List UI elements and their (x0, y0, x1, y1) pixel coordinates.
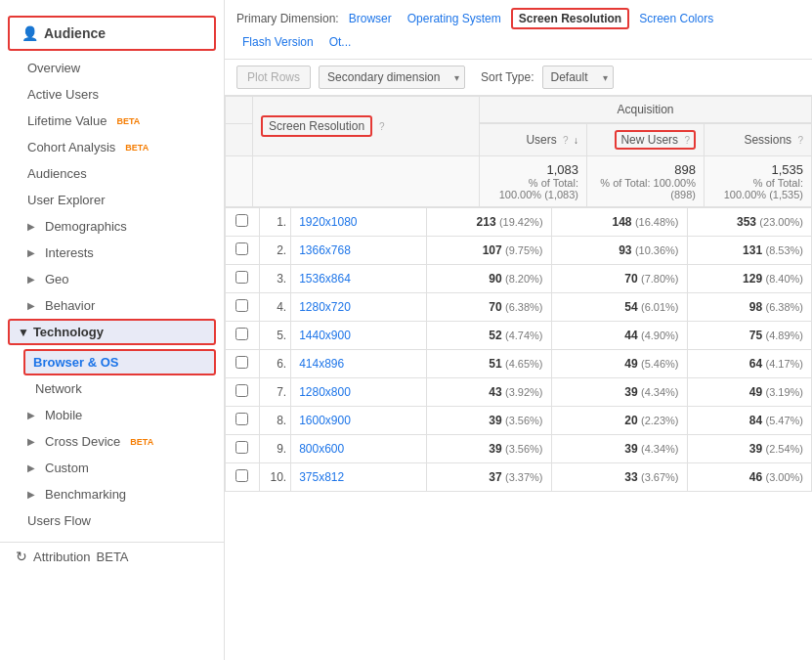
network-label: Network (35, 381, 82, 396)
sidebar-item-demographics[interactable]: ▶ Demographics (0, 213, 224, 240)
plot-rows-button[interactable]: Plot Rows (236, 66, 311, 89)
row-sessions-cell: 46 (3.00%) (687, 463, 811, 492)
row-resolution-cell: 1366x768 (291, 237, 427, 265)
sidebar-item-audience[interactable]: 👤 Audience (8, 16, 216, 51)
row-resolution-link[interactable]: 1536x864 (299, 272, 351, 286)
sidebar-item-mobile[interactable]: ▶ Mobile (0, 402, 224, 428)
users-sort-icon[interactable]: ↓ (574, 135, 578, 146)
sidebar-item-users-flow[interactable]: Users Flow (0, 507, 224, 534)
row-users-cell: 213 (19.42%) (427, 208, 551, 237)
th-new-users: New Users ? (587, 123, 705, 156)
row-num-cell: 10. (259, 463, 290, 492)
row-sessions-value: 353 (737, 215, 756, 229)
sidebar-item-attribution[interactable]: ↻ Attribution BETA (0, 542, 224, 570)
row-checkbox[interactable] (235, 413, 248, 425)
row-checkbox[interactable] (235, 384, 248, 397)
sessions-help-icon[interactable]: ? (797, 135, 803, 146)
row-sessions-value: 131 (743, 243, 762, 257)
data-table-area: Screen Resolution ? Acquisition Users ? … (225, 96, 812, 492)
sidebar-item-benchmarking[interactable]: ▶ Benchmarking (0, 481, 224, 507)
row-resolution-link[interactable]: 1600x900 (299, 414, 351, 427)
row-checkbox[interactable] (235, 441, 248, 454)
sidebar-item-network[interactable]: Network (0, 375, 224, 402)
row-new-users-pct: (2.23%) (641, 415, 679, 426)
dim-link-screen-colors[interactable]: Screen Colors (633, 10, 719, 27)
row-checkbox-cell (226, 208, 260, 237)
secondary-dim-wrapper[interactable]: Secondary dimension (319, 66, 465, 89)
sidebar-item-technology[interactable]: ▼ Technology (8, 319, 216, 345)
table-row: 5. 1440x900 52 (4.74%) 44 (4.90%) 75 (4.… (226, 322, 812, 350)
overview-label: Overview (27, 61, 80, 75)
sidebar-item-audiences[interactable]: Audiences (0, 160, 224, 187)
row-users-value: 37 (489, 470, 501, 484)
row-checkbox[interactable] (235, 356, 248, 369)
screen-res-title: Screen Resolution (261, 115, 372, 137)
row-checkbox[interactable] (235, 328, 248, 340)
row-checkbox-cell (226, 237, 260, 265)
row-checkbox-cell (226, 378, 260, 407)
secondary-dim-select[interactable]: Secondary dimension (319, 66, 465, 89)
cross-device-arrow-icon: ▶ (27, 436, 35, 447)
sidebar-item-geo[interactable]: ▶ Geo (0, 266, 224, 292)
users-help-icon[interactable]: ? (563, 135, 569, 146)
sort-type-select[interactable]: Default (542, 66, 614, 89)
row-checkbox[interactable] (235, 242, 248, 255)
row-sessions-value: 75 (749, 329, 762, 342)
row-num-cell: 8. (259, 407, 290, 435)
row-resolution-link[interactable]: 1920x1080 (299, 215, 357, 229)
row-resolution-link[interactable]: 375x812 (299, 470, 344, 484)
table-row: 3. 1536x864 90 (8.20%) 70 (7.80%) 129 (8… (226, 265, 812, 293)
interests-label: Interests (45, 245, 94, 260)
row-num-cell: 4. (259, 293, 290, 322)
screen-res-help-icon[interactable]: ? (379, 121, 385, 132)
sidebar-item-behavior[interactable]: ▶ Behavior (0, 292, 224, 319)
row-new-users-pct: (6.01%) (641, 301, 679, 313)
dim-link-screen-resolution[interactable]: Screen Resolution (511, 8, 629, 29)
row-num-cell: 7. (259, 378, 290, 407)
row-resolution-link[interactable]: 1366x768 (299, 243, 351, 257)
sort-type-wrapper[interactable]: Default (542, 66, 614, 89)
th-users: Users ? ↓ (480, 123, 587, 156)
sidebar-item-cross-device[interactable]: ▶ Cross Device BETA (0, 428, 224, 455)
row-new-users-pct: (7.80%) (641, 273, 679, 285)
row-new-users-cell: 54 (6.01%) (551, 293, 687, 322)
row-checkbox[interactable] (235, 469, 248, 482)
row-resolution-link[interactable]: 1280x800 (299, 385, 351, 399)
row-users-cell: 39 (3.56%) (427, 407, 551, 435)
row-checkbox[interactable] (235, 271, 248, 284)
row-checkbox[interactable] (235, 214, 248, 227)
row-checkbox-cell (226, 350, 260, 378)
behavior-arrow-icon: ▶ (27, 300, 35, 311)
plot-rows-label: Plot Rows (247, 70, 300, 84)
row-users-pct: (4.65%) (505, 358, 543, 370)
dim-link-os[interactable]: Operating System (402, 10, 507, 27)
row-sessions-value: 98 (749, 300, 762, 314)
behavior-label: Behavior (45, 298, 95, 313)
row-resolution-link[interactable]: 414x896 (299, 357, 344, 371)
dim-link-other[interactable]: Ot... (323, 33, 358, 51)
sidebar-item-overview[interactable]: Overview (0, 55, 224, 81)
row-sessions-cell: 98 (6.38%) (687, 293, 811, 322)
sidebar-item-cohort-analysis[interactable]: Cohort Analysis BETA (0, 134, 224, 160)
row-resolution-link[interactable]: 800x600 (299, 442, 344, 456)
sidebar-item-browser-os[interactable]: Browser & OS (23, 349, 216, 375)
row-resolution-link[interactable]: 1280x720 (299, 300, 351, 314)
sidebar-item-custom[interactable]: ▶ Custom (0, 455, 224, 481)
row-checkbox[interactable] (235, 299, 248, 312)
benchmarking-arrow-icon: ▶ (27, 489, 35, 500)
dim-link-flash-version[interactable]: Flash Version (236, 33, 320, 51)
row-checkbox-cell (226, 463, 260, 492)
totals-users-cell: 1,083 % of Total: 100.00% (1,083) (480, 156, 587, 207)
lifetime-value-badge: BETA (116, 116, 140, 126)
sidebar-item-user-explorer[interactable]: User Explorer (0, 187, 224, 213)
row-resolution-link[interactable]: 1440x900 (299, 329, 351, 342)
sidebar-item-lifetime-value[interactable]: Lifetime Value BETA (0, 108, 224, 134)
row-users-cell: 51 (4.65%) (427, 350, 551, 378)
sidebar-item-interests[interactable]: ▶ Interests (0, 240, 224, 266)
row-users-pct: (8.20%) (505, 273, 543, 285)
new-users-help-icon[interactable]: ? (684, 135, 690, 146)
dim-link-browser[interactable]: Browser (343, 10, 398, 27)
row-new-users-cell: 93 (10.36%) (551, 237, 687, 265)
sidebar-item-active-users[interactable]: Active Users (0, 81, 224, 108)
row-sessions-pct: (2.54%) (765, 443, 803, 455)
